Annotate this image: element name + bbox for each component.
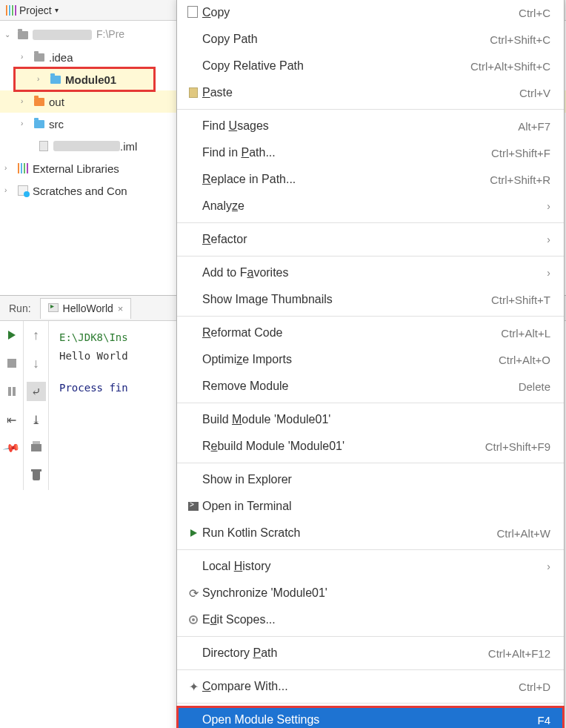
expander-icon[interactable]: ›	[37, 74, 49, 85]
mnemonic: z	[236, 353, 242, 365]
mnemonic: d	[210, 613, 217, 626]
menu-label: Open Module Settings	[202, 713, 319, 727]
mnemonic: e	[211, 440, 218, 452]
project-root-icon	[16, 28, 30, 42]
mnemonic: R	[202, 233, 211, 245]
menu-separator	[177, 109, 564, 110]
menu-local-history[interactable]: Local History ›	[177, 553, 564, 580]
menu-directory-path[interactable]: Directory Path Ctrl+Alt+F12	[177, 640, 564, 666]
console-out-line: Hello World	[59, 347, 128, 365]
root-path-hint: F:\Pre	[96, 27, 124, 42]
menu-label: Show in Explorer	[202, 473, 292, 486]
copy-icon	[184, 7, 202, 18]
down-button[interactable]: ↓	[27, 354, 46, 373]
mnemonic: M	[232, 413, 242, 426]
pause-button[interactable]	[2, 382, 21, 401]
menu-replace-in-path[interactable]: Replace in Path... Ctrl+Shift+R	[177, 166, 564, 193]
tree-node-module01[interactable]: › Module01	[15, 68, 154, 90]
up-button[interactable]: ↑	[27, 325, 46, 345]
menu-separator	[177, 669, 564, 670]
menu-analyze[interactable]: Analyze ›	[177, 193, 564, 219]
shortcut: Ctrl+Shift+F	[491, 147, 550, 159]
mnemonic: P	[202, 86, 210, 99]
menu-copy[interactable]: Copy Ctrl+C	[177, 0, 564, 26]
shortcut: Ctrl+Shift+R	[490, 173, 550, 186]
menu-label: Copy Relative Path	[202, 59, 304, 73]
shortcut: Delete	[519, 380, 550, 393]
menu-find-usages[interactable]: Find Usages Alt+F7	[177, 113, 564, 139]
print-button[interactable]	[27, 438, 46, 457]
folder-icon	[33, 50, 46, 64]
menu-separator	[177, 256, 564, 257]
mnemonic: H	[234, 560, 243, 572]
close-icon[interactable]: ×	[118, 303, 124, 314]
menu-copy-relative-path[interactable]: Copy Relative Path Ctrl+Alt+Shift+C	[177, 53, 564, 79]
blurred-root-name	[33, 30, 92, 40]
scroll-to-end-button[interactable]: ⤓	[27, 410, 46, 429]
menu-remove-module[interactable]: Remove Module Delete	[177, 373, 564, 400]
shortcut: Ctrl+C	[519, 7, 550, 19]
run-tab-helloworld[interactable]: HelloWorld ×	[40, 298, 132, 319]
console-output[interactable]: E:\JDK8\Ins Hello World Process fin	[49, 321, 139, 490]
menu-separator	[177, 636, 564, 637]
menu-copy-path[interactable]: Copy Path Ctrl+Shift+C	[177, 26, 564, 53]
pin-button[interactable]: 📌	[2, 438, 21, 457]
menu-label: Show Image Thumbnails	[202, 293, 333, 306]
menu-rebuild-module[interactable]: Rebuild Module 'Module01' Ctrl+Shift+F9	[177, 433, 564, 460]
run-label: Run:	[0, 302, 40, 314]
scratches-icon	[16, 184, 30, 197]
menu-separator	[177, 403, 564, 403]
stop-button[interactable]	[2, 354, 21, 373]
menu-paste[interactable]: Paste Ctrl+V	[177, 79, 564, 106]
soft-wrap-button[interactable]: ⤶	[27, 382, 46, 401]
node-label: Module01	[65, 72, 116, 87]
src-folder-icon	[33, 117, 46, 130]
menu-find-in-path[interactable]: Find in Path... Ctrl+Shift+F	[177, 139, 564, 166]
mnemonic: C	[202, 680, 211, 692]
clear-button[interactable]	[27, 466, 46, 486]
layout-button[interactable]: ⇤	[2, 410, 21, 429]
libs-icon	[16, 162, 30, 175]
shortcut: Ctrl+Shift+T	[491, 294, 550, 306]
target-icon	[184, 615, 202, 624]
shortcut: Ctrl+V	[519, 87, 550, 99]
node-label: out	[49, 94, 64, 110]
menu-show-image-thumbnails[interactable]: Show Image Thumbnails Ctrl+Shift+T	[177, 286, 564, 313]
menu-run-kotlin-scratch[interactable]: Run Kotlin Scratch Ctrl+Alt+W	[177, 520, 564, 546]
menu-reformat-code[interactable]: Reformat Code Ctrl+Alt+L	[177, 320, 564, 346]
node-label: Scratches and Con	[33, 183, 127, 199]
expander-icon[interactable]: ›	[21, 96, 33, 107]
menu-edit-scopes[interactable]: Edit Scopes...	[177, 606, 564, 633]
expander-icon[interactable]: ›	[21, 52, 33, 62]
menu-label: Copy Path	[202, 33, 258, 46]
submenu-arrow-icon: ›	[547, 200, 550, 212]
menu-build-module[interactable]: Build Module 'Module01'	[177, 406, 564, 433]
expander-icon[interactable]: ⌄	[4, 30, 16, 40]
blurred-file-name	[53, 141, 120, 151]
expander-icon[interactable]: ›	[21, 119, 33, 129]
shortcut: Ctrl+Shift+C	[490, 33, 550, 46]
expander-icon[interactable]: ›	[4, 185, 16, 196]
menu-open-module-settings[interactable]: Open Module Settings F4	[177, 707, 564, 728]
compare-icon: ✦	[184, 680, 202, 694]
menu-refactor[interactable]: Refactor ›	[177, 226, 564, 253]
menu-compare-with[interactable]: ✦ Compare With... Ctrl+D	[177, 673, 564, 700]
project-view-dropdown[interactable]: ▾	[55, 6, 59, 14]
menu-show-in-explorer[interactable]: Show in Explorer	[177, 466, 564, 493]
shortcut: Alt+F7	[518, 120, 550, 133]
console-path-line: E:\JDK8\Ins	[59, 328, 128, 347]
submenu-arrow-icon: ›	[547, 267, 550, 279]
menu-separator	[177, 316, 564, 317]
shortcut: F4	[537, 714, 550, 727]
menu-synchronize[interactable]: ⟳ Synchronize 'Module01'	[177, 580, 564, 606]
menu-add-to-favorites[interactable]: Add to Favorites ›	[177, 259, 564, 286]
menu-open-in-terminal[interactable]: Open in Terminal	[177, 493, 564, 520]
expander-icon[interactable]: ›	[4, 163, 16, 173]
run-button[interactable]	[2, 325, 21, 345]
mnemonic: P	[241, 146, 249, 159]
file-icon	[37, 139, 50, 153]
menu-optimize-imports[interactable]: Optimize Imports Ctrl+Alt+O	[177, 346, 564, 373]
shortcut: Ctrl+Alt+Shift+C	[470, 60, 550, 73]
play-icon	[184, 529, 202, 537]
node-label: .idea	[49, 50, 73, 65]
